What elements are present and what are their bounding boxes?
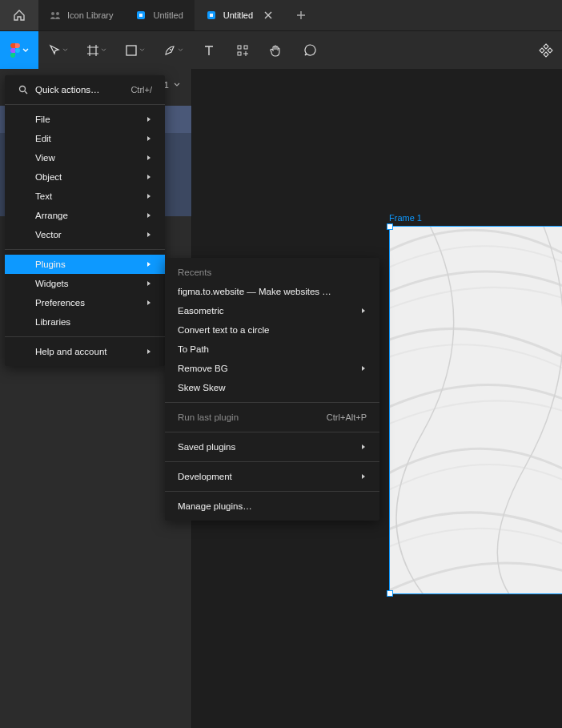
chevron-right-icon (146, 300, 152, 306)
plus-icon (296, 10, 306, 20)
tab-icon-library[interactable]: Icon Library (38, 0, 124, 30)
chevron-down-icon (178, 48, 183, 52)
svg-point-0 (51, 12, 54, 15)
shape-tool[interactable] (115, 31, 154, 70)
chevron-right-icon (146, 348, 152, 355)
hand-icon (269, 43, 283, 58)
svg-point-4 (15, 48, 20, 53)
comment-icon (303, 43, 317, 57)
main-menu: Quick actions… Ctrl+/ File Edit View Obj… (5, 75, 165, 366)
pen-tool[interactable] (154, 31, 192, 70)
frame-tool[interactable] (77, 31, 115, 70)
svg-point-11 (20, 86, 26, 92)
chevron-right-icon (146, 280, 152, 287)
chevron-right-icon (360, 444, 367, 450)
chevron-right-icon (146, 231, 152, 238)
cursor-icon (48, 44, 61, 57)
menu-plugins[interactable]: Plugins (5, 255, 165, 274)
move-tool[interactable] (38, 31, 77, 70)
menu-text[interactable]: Text (5, 187, 165, 206)
menu-separator (165, 491, 379, 492)
menu-separator (5, 336, 165, 337)
menu-label: Skew Skew (178, 383, 225, 392)
menu-file[interactable]: File (5, 110, 165, 129)
plugin-skew-skew[interactable]: Skew Skew (165, 378, 379, 397)
menu-separator (5, 249, 165, 250)
diamond-grid-icon (539, 43, 553, 58)
plugin-development[interactable]: Development (165, 467, 379, 486)
home-tab[interactable] (0, 0, 38, 30)
chevron-right-icon (360, 365, 367, 372)
canvas-frame-label[interactable]: Frame 1 (389, 213, 422, 223)
menu-label: Vector (35, 230, 62, 239)
menu-arrange[interactable]: Arrange (5, 206, 165, 225)
menu-label: Libraries (35, 317, 70, 327)
text-tool[interactable] (192, 31, 226, 70)
menu-label: Quick actions… (35, 85, 100, 95)
home-icon (13, 9, 26, 22)
chevron-right-icon (146, 174, 152, 180)
plugin-easometric[interactable]: Easometric (165, 301, 379, 320)
menu-widgets[interactable]: Widgets (5, 274, 165, 293)
chevron-right-icon (146, 193, 152, 199)
menu-label: Convert text to a circle (178, 325, 269, 335)
tab-untitled-1[interactable]: Untitled (124, 0, 194, 30)
menu-libraries[interactable]: Libraries (5, 312, 165, 332)
new-tab-button[interactable] (285, 0, 317, 30)
figma-file-icon (206, 10, 217, 21)
submenu-header-recents: Recents (165, 263, 379, 282)
canvas-frame[interactable] (389, 226, 562, 594)
plugin-figma-to-website[interactable]: figma.to.website — Make websites … (165, 282, 379, 301)
svg-rect-5 (126, 46, 136, 55)
menu-vector[interactable]: Vector (5, 225, 165, 244)
menu-label: Object (35, 172, 62, 182)
menu-separator (165, 432, 379, 432)
text-icon (203, 44, 215, 57)
menu-label: Arrange (35, 211, 68, 220)
menu-shortcut: Ctrl+/ (130, 85, 152, 95)
plugin-convert-text-circle[interactable]: Convert text to a circle (165, 320, 379, 340)
menu-label: Widgets (35, 279, 69, 288)
chevron-down-icon (101, 48, 106, 52)
close-tab-button[interactable] (263, 10, 274, 21)
menu-label: Edit (35, 134, 51, 143)
menu-preferences[interactable]: Preferences (5, 293, 165, 312)
menu-help[interactable]: Help and account (5, 342, 165, 361)
menu-label: Manage plugins… (178, 501, 252, 511)
figma-menu-button[interactable] (0, 31, 38, 70)
chevron-down-icon (22, 48, 29, 53)
chevron-right-icon (360, 473, 367, 480)
plugin-manage[interactable]: Manage plugins… (165, 497, 379, 516)
chevron-right-icon (146, 135, 152, 142)
comment-tool[interactable] (293, 31, 327, 70)
search-icon (18, 84, 29, 95)
components-button[interactable] (530, 31, 562, 70)
figma-logo-icon (10, 42, 21, 58)
resize-handle-tl[interactable] (387, 223, 393, 230)
tab-label: Untitled (153, 10, 183, 20)
resize-handle-bl[interactable] (387, 590, 393, 597)
chevron-right-icon (146, 261, 152, 267)
menu-label: Help and account (35, 347, 107, 356)
chevron-down-icon (139, 48, 145, 52)
tab-untitled-2-active[interactable]: Untitled (195, 0, 285, 30)
menu-quick-actions[interactable]: Quick actions… Ctrl+/ (5, 80, 165, 99)
menu-edit[interactable]: Edit (5, 129, 165, 148)
menu-label: View (35, 153, 55, 163)
chevron-right-icon (146, 155, 152, 161)
resources-tool[interactable] (226, 31, 259, 70)
plugin-remove-bg[interactable]: Remove BG (165, 359, 379, 378)
plugin-to-path[interactable]: To Path (165, 340, 379, 359)
menu-view[interactable]: View (5, 148, 165, 167)
resources-icon (236, 44, 249, 57)
menu-label: Remove BG (178, 364, 228, 373)
hand-tool[interactable] (259, 31, 293, 70)
pen-icon (163, 44, 176, 57)
menu-label: Saved plugins (178, 442, 235, 452)
plugin-saved[interactable]: Saved plugins (165, 437, 379, 457)
svg-point-6 (170, 49, 171, 50)
menu-label: Text (35, 191, 52, 201)
menu-object[interactable]: Object (5, 167, 165, 187)
frame-icon (86, 44, 99, 57)
rectangle-icon (125, 44, 138, 57)
